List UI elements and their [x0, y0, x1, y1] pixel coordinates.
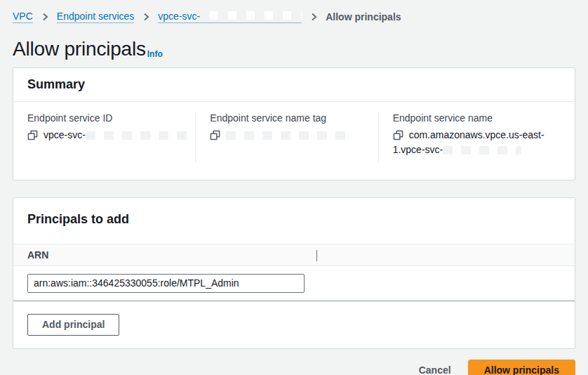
- redacted-text: [226, 131, 347, 140]
- redacted-text: [200, 11, 302, 20]
- copy-icon[interactable]: [210, 130, 220, 143]
- field-label: Endpoint service ID: [27, 112, 195, 124]
- field-value: com.amazonaws.vpce.us-east-1.vpce-svc-: [393, 128, 560, 157]
- cancel-button[interactable]: Cancel: [419, 364, 451, 375]
- principal-input-row: [13, 266, 575, 301]
- info-link[interactable]: Info: [147, 49, 163, 61]
- breadcrumb-vpc[interactable]: VPC: [13, 11, 33, 23]
- chevron-right-icon: [39, 11, 51, 22]
- breadcrumb-endpoint-services-label: Endpoint services: [57, 11, 135, 22]
- breadcrumb-vpc-label: VPC: [13, 11, 33, 22]
- breadcrumb-current-page: Allow principals: [326, 11, 401, 22]
- copy-icon[interactable]: [393, 130, 403, 143]
- field-endpoint-service-name: Endpoint service name com.amazonaws.vpce…: [378, 112, 561, 163]
- add-principal-button[interactable]: Add principal: [27, 314, 119, 336]
- field-endpoint-service-id: Endpoint service ID vpce-svc-: [27, 112, 195, 163]
- principals-card-footer: Add principal: [13, 301, 575, 348]
- breadcrumb-endpoint-service-id-label: vpce-svc-: [158, 11, 200, 22]
- field-value-text: vpce-svc-: [44, 129, 86, 140]
- summary-title: Summary: [27, 77, 561, 92]
- redacted-text: [443, 146, 521, 154]
- allow-principals-page: VPC Endpoint services vpce-svc- Allow pr…: [0, 0, 588, 375]
- chevron-right-icon: [308, 11, 319, 22]
- breadcrumb: VPC Endpoint services vpce-svc- Allow pr…: [13, 0, 575, 23]
- summary-card-header: Summary: [13, 68, 575, 102]
- page-header: Allow principals Info: [13, 37, 575, 61]
- column-resize-handle[interactable]: [316, 250, 317, 261]
- field-label: Endpoint service name: [393, 112, 561, 124]
- copy-icon[interactable]: [27, 130, 38, 143]
- field-endpoint-service-name-tag: Endpoint service name tag: [195, 112, 377, 163]
- principals-title: Principals to add: [27, 212, 561, 227]
- allow-principals-button[interactable]: Allow principals: [468, 360, 575, 375]
- arn-input[interactable]: [27, 274, 305, 293]
- page-title: Allow principals: [13, 37, 146, 61]
- redacted-text: [86, 131, 189, 140]
- page-actions: Cancel Allow principals: [13, 360, 575, 375]
- field-value: [210, 128, 377, 143]
- chevron-right-icon: [140, 11, 152, 22]
- summary-card: Summary Endpoint service ID vpce-svc- En…: [13, 67, 575, 180]
- arn-column-header: ARN: [27, 249, 48, 261]
- summary-body: Endpoint service ID vpce-svc- Endpoint s…: [13, 102, 575, 180]
- breadcrumb-endpoint-service-id[interactable]: vpce-svc-: [158, 11, 302, 23]
- principals-card: Principals to add ARN Add principal: [13, 197, 575, 349]
- principals-table-header: ARN: [13, 244, 575, 266]
- field-value: vpce-svc-: [27, 128, 195, 143]
- field-label: Endpoint service name tag: [210, 112, 377, 124]
- principals-card-header: Principals to add: [13, 198, 575, 244]
- breadcrumb-endpoint-services[interactable]: Endpoint services: [57, 11, 135, 23]
